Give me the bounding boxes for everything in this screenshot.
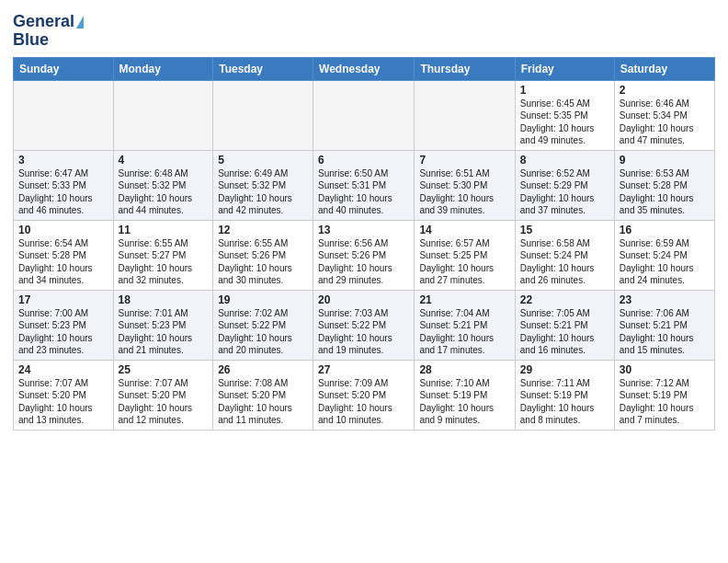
day-number: 4 xyxy=(119,154,209,167)
weekday-header-friday: Friday xyxy=(515,57,614,80)
day-number: 9 xyxy=(620,154,710,167)
day-number: 3 xyxy=(18,154,108,167)
day-number: 23 xyxy=(620,293,710,306)
day-info: Sunrise: 7:03 AMSunset: 5:22 PMDaylight:… xyxy=(318,307,409,357)
day-info: Sunrise: 6:45 AMSunset: 5:35 PMDaylight:… xyxy=(520,98,609,147)
calendar-cell: 19Sunrise: 7:02 AMSunset: 5:22 PMDayligh… xyxy=(213,290,313,360)
day-number: 13 xyxy=(318,224,409,236)
calendar-cell: 17Sunrise: 7:00 AMSunset: 5:23 PMDayligh… xyxy=(14,290,114,360)
logo-text-general: General xyxy=(13,13,74,31)
day-number: 2 xyxy=(620,84,710,97)
day-number: 17 xyxy=(18,293,108,306)
day-info: Sunrise: 6:47 AMSunset: 5:33 PMDaylight:… xyxy=(18,167,108,217)
logo-text-blue: Blue xyxy=(13,31,49,50)
day-number: 26 xyxy=(218,363,308,376)
calendar-cell: 9Sunrise: 6:53 AMSunset: 5:28 PMDaylight… xyxy=(614,150,714,220)
calendar-cell: 2Sunrise: 6:46 AMSunset: 5:34 PMDaylight… xyxy=(614,80,714,150)
calendar-week-row: 1Sunrise: 6:45 AMSunset: 5:35 PMDaylight… xyxy=(14,80,715,150)
day-number: 27 xyxy=(318,363,409,376)
day-number: 22 xyxy=(520,293,609,306)
day-number: 6 xyxy=(318,154,409,167)
header: General Blue xyxy=(13,9,715,50)
day-number: 30 xyxy=(620,363,710,376)
calendar-cell: 5Sunrise: 6:49 AMSunset: 5:32 PMDaylight… xyxy=(213,150,313,220)
calendar-cell: 8Sunrise: 6:52 AMSunset: 5:29 PMDaylight… xyxy=(515,150,614,220)
day-info: Sunrise: 7:05 AMSunset: 5:21 PMDaylight:… xyxy=(520,307,609,357)
calendar-cell: 20Sunrise: 7:03 AMSunset: 5:22 PMDayligh… xyxy=(313,290,415,360)
day-number: 18 xyxy=(119,293,209,306)
calendar-cell: 14Sunrise: 6:57 AMSunset: 5:25 PMDayligh… xyxy=(415,220,515,290)
calendar-week-row: 10Sunrise: 6:54 AMSunset: 5:28 PMDayligh… xyxy=(14,220,715,290)
calendar-cell: 23Sunrise: 7:06 AMSunset: 5:21 PMDayligh… xyxy=(614,290,714,360)
day-number: 7 xyxy=(419,154,509,167)
calendar-week-row: 17Sunrise: 7:00 AMSunset: 5:23 PMDayligh… xyxy=(14,290,715,360)
calendar-cell: 11Sunrise: 6:55 AMSunset: 5:27 PMDayligh… xyxy=(113,220,213,290)
calendar-cell: 16Sunrise: 6:59 AMSunset: 5:24 PMDayligh… xyxy=(614,220,714,290)
day-number: 1 xyxy=(520,84,609,97)
day-info: Sunrise: 7:12 AMSunset: 5:19 PMDaylight:… xyxy=(620,377,710,427)
calendar-cell xyxy=(313,80,415,150)
calendar-header-row: SundayMondayTuesdayWednesdayThursdayFrid… xyxy=(14,57,715,80)
calendar-cell: 13Sunrise: 6:56 AMSunset: 5:26 PMDayligh… xyxy=(313,220,415,290)
day-number: 20 xyxy=(318,293,409,306)
calendar-cell: 7Sunrise: 6:51 AMSunset: 5:30 PMDaylight… xyxy=(415,150,515,220)
calendar-cell: 3Sunrise: 6:47 AMSunset: 5:33 PMDaylight… xyxy=(14,150,114,220)
day-number: 12 xyxy=(218,224,308,236)
day-info: Sunrise: 6:53 AMSunset: 5:28 PMDaylight:… xyxy=(620,167,710,217)
calendar-cell xyxy=(415,80,515,150)
day-info: Sunrise: 7:01 AMSunset: 5:23 PMDaylight:… xyxy=(119,307,209,357)
day-number: 29 xyxy=(520,363,609,376)
day-info: Sunrise: 7:11 AMSunset: 5:19 PMDaylight:… xyxy=(520,377,609,427)
page-container: General Blue SundayMondayTuesdayWednesda… xyxy=(0,0,728,436)
day-number: 10 xyxy=(18,224,108,236)
weekday-header-wednesday: Wednesday xyxy=(313,57,415,80)
calendar-cell: 1Sunrise: 6:45 AMSunset: 5:35 PMDaylight… xyxy=(515,80,614,150)
day-info: Sunrise: 7:02 AMSunset: 5:22 PMDaylight:… xyxy=(218,307,308,357)
day-number: 16 xyxy=(620,224,710,236)
weekday-header-saturday: Saturday xyxy=(614,57,714,80)
calendar-cell: 12Sunrise: 6:55 AMSunset: 5:26 PMDayligh… xyxy=(213,220,313,290)
logo: General Blue xyxy=(13,9,84,50)
day-info: Sunrise: 7:04 AMSunset: 5:21 PMDaylight:… xyxy=(419,307,509,357)
calendar-cell: 29Sunrise: 7:11 AMSunset: 5:19 PMDayligh… xyxy=(515,360,614,430)
day-info: Sunrise: 6:50 AMSunset: 5:31 PMDaylight:… xyxy=(318,167,409,217)
day-info: Sunrise: 7:09 AMSunset: 5:20 PMDaylight:… xyxy=(318,377,409,427)
calendar-week-row: 24Sunrise: 7:07 AMSunset: 5:20 PMDayligh… xyxy=(14,360,715,430)
calendar-cell: 28Sunrise: 7:10 AMSunset: 5:19 PMDayligh… xyxy=(415,360,515,430)
day-info: Sunrise: 6:59 AMSunset: 5:24 PMDaylight:… xyxy=(620,237,710,287)
logo-triangle-icon xyxy=(76,16,84,29)
calendar-cell: 10Sunrise: 6:54 AMSunset: 5:28 PMDayligh… xyxy=(14,220,114,290)
calendar-cell: 25Sunrise: 7:07 AMSunset: 5:20 PMDayligh… xyxy=(113,360,213,430)
weekday-header-tuesday: Tuesday xyxy=(213,57,313,80)
day-info: Sunrise: 7:00 AMSunset: 5:23 PMDaylight:… xyxy=(18,307,108,357)
day-info: Sunrise: 6:52 AMSunset: 5:29 PMDaylight:… xyxy=(520,167,609,217)
weekday-header-monday: Monday xyxy=(113,57,213,80)
day-info: Sunrise: 7:10 AMSunset: 5:19 PMDaylight:… xyxy=(419,377,509,427)
day-number: 24 xyxy=(18,363,108,376)
day-info: Sunrise: 7:07 AMSunset: 5:20 PMDaylight:… xyxy=(119,377,209,427)
weekday-header-sunday: Sunday xyxy=(14,57,114,80)
day-info: Sunrise: 6:56 AMSunset: 5:26 PMDaylight:… xyxy=(318,237,409,287)
calendar-cell: 26Sunrise: 7:08 AMSunset: 5:20 PMDayligh… xyxy=(213,360,313,430)
day-info: Sunrise: 6:48 AMSunset: 5:32 PMDaylight:… xyxy=(119,167,209,217)
day-number: 11 xyxy=(119,224,209,236)
calendar-cell: 4Sunrise: 6:48 AMSunset: 5:32 PMDaylight… xyxy=(113,150,213,220)
day-info: Sunrise: 6:46 AMSunset: 5:34 PMDaylight:… xyxy=(620,98,710,147)
day-info: Sunrise: 6:58 AMSunset: 5:24 PMDaylight:… xyxy=(520,237,609,287)
calendar-cell: 24Sunrise: 7:07 AMSunset: 5:20 PMDayligh… xyxy=(14,360,114,430)
day-info: Sunrise: 6:54 AMSunset: 5:28 PMDaylight:… xyxy=(18,237,108,287)
calendar-cell: 6Sunrise: 6:50 AMSunset: 5:31 PMDaylight… xyxy=(313,150,415,220)
day-info: Sunrise: 7:06 AMSunset: 5:21 PMDaylight:… xyxy=(620,307,710,357)
calendar-cell xyxy=(113,80,213,150)
calendar-cell xyxy=(213,80,313,150)
day-number: 14 xyxy=(419,224,509,236)
day-number: 19 xyxy=(218,293,308,306)
calendar-cell: 21Sunrise: 7:04 AMSunset: 5:21 PMDayligh… xyxy=(415,290,515,360)
weekday-header-thursday: Thursday xyxy=(415,57,515,80)
day-info: Sunrise: 6:55 AMSunset: 5:27 PMDaylight:… xyxy=(119,237,209,287)
calendar-cell xyxy=(14,80,114,150)
day-info: Sunrise: 6:51 AMSunset: 5:30 PMDaylight:… xyxy=(419,167,509,217)
day-number: 21 xyxy=(419,293,509,306)
day-number: 25 xyxy=(119,363,209,376)
day-number: 8 xyxy=(520,154,609,167)
